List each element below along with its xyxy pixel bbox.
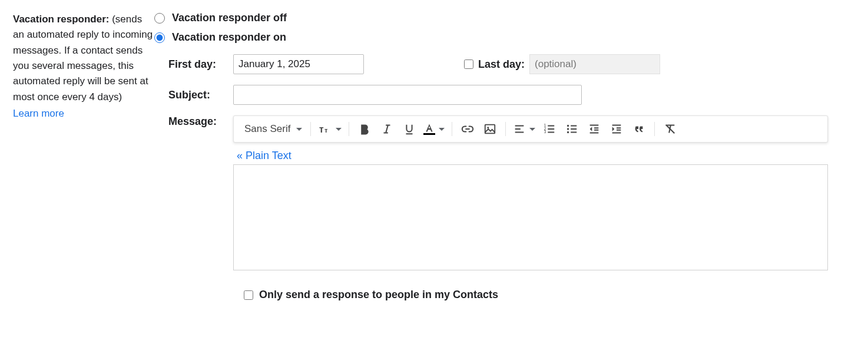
vacation-responder-on-label: Vacation responder on <box>172 31 286 44</box>
chevron-down-icon <box>296 128 302 131</box>
image-button[interactable] <box>479 118 501 140</box>
vacation-responder-off-radio[interactable] <box>154 13 165 24</box>
italic-button[interactable] <box>376 118 397 140</box>
subject-input[interactable] <box>233 85 582 105</box>
chevron-down-icon <box>529 128 535 131</box>
svg-text:т: т <box>319 124 324 134</box>
align-button[interactable] <box>511 118 538 140</box>
bulleted-list-button[interactable] <box>561 118 582 140</box>
contacts-only-checkbox[interactable] <box>244 290 253 300</box>
contacts-only-label: Only send a response to people in my Con… <box>259 289 498 301</box>
section-description: (sends an automated reply to incoming me… <box>13 14 153 103</box>
link-button[interactable] <box>457 118 478 140</box>
last-day-label: Last day: <box>478 58 525 71</box>
message-label: Message: <box>168 115 233 128</box>
learn-more-link[interactable]: Learn more <box>13 106 64 121</box>
quote-button[interactable] <box>628 118 650 140</box>
indent-less-button[interactable] <box>584 118 605 140</box>
vacation-responder-on-radio[interactable] <box>154 32 165 43</box>
toolbar-separator <box>654 122 655 136</box>
indent-more-button[interactable] <box>606 118 627 140</box>
subject-label: Subject: <box>168 89 233 101</box>
formatting-toolbar: Sans Serif тт <box>233 115 828 143</box>
section-left-column: Vacation responder: (sends an automated … <box>13 12 154 121</box>
text-color-bar <box>423 133 435 135</box>
font-family-select[interactable]: Sans Serif <box>238 118 306 140</box>
first-day-input[interactable] <box>233 54 364 74</box>
svg-point-15 <box>567 128 569 130</box>
plain-text-link[interactable]: « Plain Text <box>237 150 291 162</box>
remove-formatting-button[interactable] <box>660 118 681 140</box>
toolbar-separator <box>452 122 452 136</box>
svg-text:т: т <box>325 127 329 134</box>
svg-point-4 <box>488 127 489 128</box>
svg-rect-3 <box>485 125 495 134</box>
text-color-button[interactable] <box>421 118 447 140</box>
underline-button[interactable] <box>399 118 420 140</box>
toolbar-separator <box>505 122 506 136</box>
font-family-label: Sans Serif <box>244 123 290 135</box>
svg-text:3: 3 <box>544 130 546 134</box>
message-body-input[interactable] <box>233 164 828 270</box>
section-title: Vacation responder: <box>13 14 109 25</box>
first-day-label: First day: <box>168 58 233 71</box>
svg-point-16 <box>567 131 569 133</box>
last-day-input[interactable] <box>529 54 660 74</box>
last-day-checkbox[interactable] <box>464 60 473 69</box>
toolbar-separator <box>349 122 349 136</box>
toolbar-separator <box>310 122 311 136</box>
svg-point-14 <box>567 125 569 127</box>
font-size-button[interactable]: тт <box>316 118 344 140</box>
numbered-list-button[interactable]: 123 <box>539 118 560 140</box>
chevron-down-icon <box>439 128 445 131</box>
vacation-responder-off-label: Vacation responder off <box>172 12 287 24</box>
bold-button[interactable] <box>354 118 375 140</box>
chevron-down-icon <box>336 128 342 131</box>
